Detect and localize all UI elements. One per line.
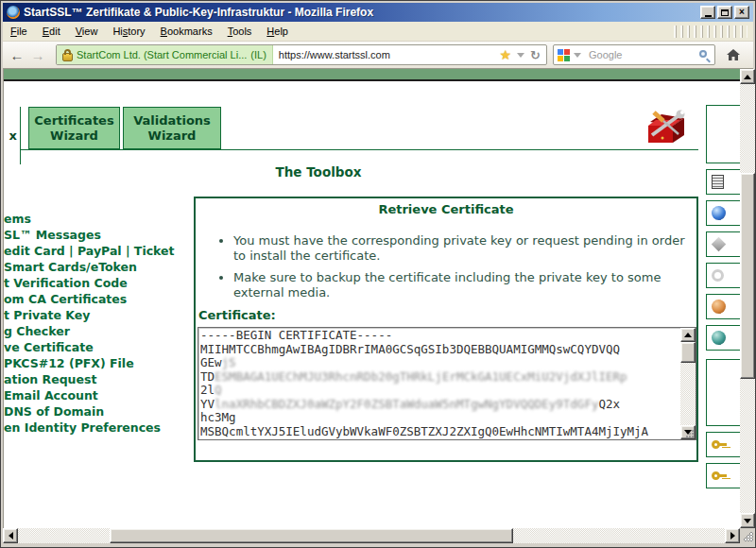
sidebar-link[interactable]: om CA Certificates xyxy=(4,291,193,307)
browser-window: StartSSL™ Zertifikate & Public-Key-Infra… xyxy=(0,0,756,548)
menu-help[interactable]: Help xyxy=(259,23,296,40)
toolbox-icon xyxy=(641,105,692,148)
tab-toolbox-partial[interactable]: x xyxy=(4,107,21,164)
menu-view[interactable]: View xyxy=(68,23,106,40)
panel-title: Retrieve Certificate xyxy=(196,202,696,216)
sidebar-links: emsSL™ Messagesedit Card | PayPal | Tick… xyxy=(4,211,193,436)
key-icon-button[interactable] xyxy=(706,432,740,457)
page-heading: The Toolbox xyxy=(21,164,616,180)
horizontal-scrollbar[interactable] xyxy=(3,528,740,543)
scroll-down-icon[interactable] xyxy=(740,513,755,528)
tab-validations-wizard[interactable]: Validations Wizard xyxy=(123,107,221,149)
orange-icon-button[interactable] xyxy=(706,294,740,319)
sidebar-link[interactable]: ation Request xyxy=(4,371,193,387)
header-green-band xyxy=(4,69,740,79)
globe-icon xyxy=(712,206,726,220)
sidebar-link[interactable]: t Verification Code xyxy=(4,275,193,291)
certificate-line: GEwjS xyxy=(200,356,679,370)
search-input[interactable]: Google xyxy=(585,49,698,60)
menu-tools[interactable]: Tools xyxy=(220,23,260,40)
certificate-line: MIIHMTCCBhmgAwIBAgIDBRrIMA0GCSqGSIb3DQEB… xyxy=(200,343,679,357)
sidebar-link[interactable]: Email Account xyxy=(4,387,193,403)
sidebar-link[interactable]: t Private Key xyxy=(4,307,193,323)
scroll-up-icon[interactable] xyxy=(740,69,755,84)
teal-icon-button[interactable] xyxy=(706,325,740,351)
instruction-item: You must have the corresponding private … xyxy=(233,233,687,264)
search-box[interactable]: Google xyxy=(553,44,715,65)
back-button[interactable]: ← xyxy=(7,47,27,63)
diamond-icon xyxy=(712,237,727,252)
window-title: StartSSL™ Zertifikate & Public-Key-Infra… xyxy=(24,6,700,19)
instruction-list: You must have the corresponding private … xyxy=(233,233,687,300)
textarea-resize-grip[interactable] xyxy=(685,429,695,438)
instruction-item: Make sure to backup the certificate incl… xyxy=(233,270,687,300)
vertical-scroll-thumb[interactable] xyxy=(740,173,755,379)
home-button[interactable] xyxy=(723,44,744,65)
sidebar-link[interactable]: ve Certificate xyxy=(4,339,193,355)
header-divider xyxy=(4,79,740,81)
window-bottom-border xyxy=(3,543,755,548)
search-engine-dropdown-icon[interactable] xyxy=(574,53,581,58)
tab-certificates-wizard[interactable]: Certificates Wizard xyxy=(28,107,120,149)
maximize-button[interactable] xyxy=(717,6,732,19)
firefox-icon xyxy=(7,6,20,19)
menu-bar: FileEditViewHistoryBookmarksToolsHelp xyxy=(3,22,753,42)
panel-box[interactable] xyxy=(706,105,740,163)
toolbar-grip xyxy=(674,26,747,38)
title-bar: StartSSL™ Zertifikate & Public-Key-Infra… xyxy=(3,3,753,22)
sidebar-link[interactable]: PKCS#12 (PFX) File xyxy=(4,355,193,371)
bookmark-star-icon[interactable]: ★ xyxy=(498,48,514,61)
teal-icon xyxy=(712,331,726,345)
ring-icon-button[interactable] xyxy=(706,263,740,288)
textarea-scroll-up-icon[interactable] xyxy=(680,328,696,342)
sidebar-link[interactable]: Smart Cards/eToken xyxy=(4,259,193,275)
certificate-line: MSBQcmltYXJ5IEludGVybWVkaWF0ZSBTZXJ2ZXIg… xyxy=(200,425,679,439)
identity-country: (IL) xyxy=(250,49,266,60)
certificate-textarea[interactable]: -----BEGIN CERTIFICATE-----MIIHMTCCBhmgA… xyxy=(198,327,696,440)
diamond-icon-button[interactable] xyxy=(706,231,740,257)
scroll-right-icon[interactable] xyxy=(725,528,740,543)
key-icon-button[interactable] xyxy=(706,463,740,488)
sidebar-link[interactable]: g Checker xyxy=(4,323,193,339)
lock-icon xyxy=(62,53,73,61)
page-content: x Certificates Wizard Validations Wizard… xyxy=(3,69,740,528)
globe-icon-button[interactable] xyxy=(706,200,740,226)
sidebar-link[interactable]: SL™ Messages xyxy=(4,227,193,243)
menu-history[interactable]: History xyxy=(105,23,152,40)
retrieve-certificate-panel: Retrieve Certificate You must have the c… xyxy=(194,197,698,462)
certificate-icon xyxy=(712,175,724,189)
scroll-left-icon[interactable] xyxy=(3,528,18,543)
resize-grip[interactable] xyxy=(740,528,755,543)
home-icon xyxy=(726,47,741,62)
certificate-text: -----BEGIN CERTIFICATE-----MIIHMTCCBhmgA… xyxy=(200,329,679,438)
menu-file[interactable]: File xyxy=(3,23,35,40)
certificate-line: YVlnaXRhbCBDZXJ0aWZpY2F0ZSBTaWduaW5nMTgw… xyxy=(200,398,679,412)
forward-button[interactable]: → xyxy=(27,47,48,63)
horizontal-scroll-thumb[interactable] xyxy=(110,528,513,543)
site-identity-chip[interactable]: StartCom Ltd. (Start Commercial Li... (I… xyxy=(57,45,273,64)
close-button[interactable]: × xyxy=(734,6,749,19)
sidebar-link[interactable]: ems xyxy=(4,211,193,227)
certificate-icon-button[interactable] xyxy=(706,169,740,195)
url-text[interactable]: https://www.startssl.com xyxy=(273,49,498,60)
menu-edit[interactable]: Edit xyxy=(35,23,68,40)
right-icon-column xyxy=(706,105,740,494)
menu-bookmarks[interactable]: Bookmarks xyxy=(153,23,220,40)
certificate-line: -----BEGIN CERTIFICATE----- xyxy=(200,329,679,343)
search-magnifier-icon[interactable] xyxy=(698,49,711,61)
textarea-scrollbar[interactable] xyxy=(680,328,696,439)
sidebar-link[interactable]: DNS of Domain xyxy=(4,403,193,420)
google-icon xyxy=(558,49,570,61)
certificate-line: TDESMBAGA1UEChMJU3RhcnRDb20gTHRkLjErMCkG… xyxy=(200,370,679,385)
vertical-scrollbar[interactable] xyxy=(740,69,755,528)
minimize-button[interactable] xyxy=(700,6,715,19)
address-bar[interactable]: StartCom Ltd. (Start Commercial Li... (I… xyxy=(56,44,547,65)
ring-icon xyxy=(712,269,724,282)
reload-icon[interactable]: ↻ xyxy=(528,48,546,62)
panel-box[interactable] xyxy=(706,359,740,426)
sidebar-link[interactable]: en Identity Preferences xyxy=(4,420,193,436)
sidebar-link[interactable]: edit Card | PayPal | Ticket xyxy=(4,243,193,259)
urlbar-dropdown-icon[interactable] xyxy=(517,53,524,58)
certificate-line: hc3Mg xyxy=(200,411,679,425)
textarea-scroll-thumb[interactable] xyxy=(680,342,696,363)
